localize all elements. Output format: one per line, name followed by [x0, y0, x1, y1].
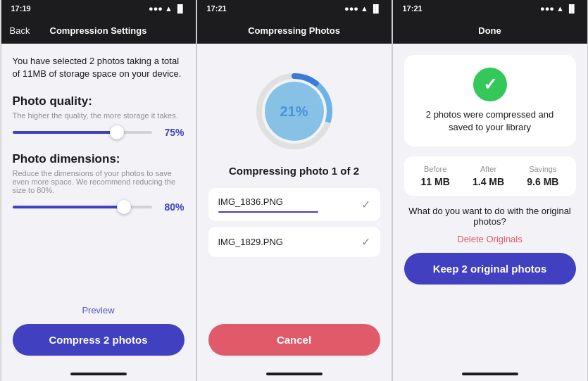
stat-savings-label: Savings: [529, 165, 556, 173]
stat-before-value: 11 MB: [421, 176, 450, 187]
bottom-bar-1: [1, 367, 196, 381]
progress-label: 21%: [280, 104, 308, 120]
phone-2: 17:21 ●●● ▲ ▐▌ Compressing Photos: [196, 0, 392, 381]
phone3-content: ✓ 2 photos were compressed and saved to …: [393, 44, 587, 367]
compressing-label: Compressing photo 1 of 2: [208, 165, 380, 177]
stat-after: After 1.4 MB: [473, 165, 504, 187]
dimensions-value: 80%: [158, 201, 184, 213]
quality-label: Photo quality:: [13, 94, 184, 108]
status-icons-3: ●●● ▲ ▐▌: [540, 4, 577, 13]
phone-3: 17:21 ●●● ▲ ▐▌ Done ✓ 2 photos were comp…: [392, 0, 588, 381]
time-2: 17:21: [207, 4, 227, 13]
dimensions-label: Photo dimensions:: [13, 152, 184, 166]
stat-before-label: Before: [424, 165, 446, 173]
phone2-content: 21% Compressing photo 1 of 2 IMG_1836.PN…: [197, 44, 392, 367]
stat-after-value: 1.4 MB: [473, 176, 504, 187]
wifi-icon-1: ▲: [165, 4, 173, 13]
time-1: 17:19: [11, 4, 31, 13]
time-3: 17:21: [403, 4, 423, 13]
quality-slider-container: 75%: [13, 127, 184, 138]
home-indicator-1: [70, 373, 127, 375]
file-check-icon-2: ✓: [361, 235, 370, 249]
dimensions-slider-container: 80%: [13, 201, 184, 213]
home-indicator-2: [266, 373, 323, 375]
status-bar-1: 17:19 ●●● ▲ ▐▌: [1, 0, 196, 17]
nav-title-3: Done: [478, 25, 501, 36]
signal-icon-1: ●●●: [149, 4, 163, 13]
file-progress-bar-1: [218, 211, 318, 213]
nav-bar-2: Compressing Photos: [197, 17, 392, 44]
battery-icon-1: ▐▌: [175, 4, 186, 13]
nav-title-1: Compression Settings: [50, 25, 147, 36]
file-item-1: IMG_1836.PNG ✓: [208, 188, 380, 221]
nav-title-2: Compressing Photos: [248, 25, 340, 36]
quality-slider-track[interactable]: [13, 131, 152, 134]
dimensions-slider-track[interactable]: [13, 206, 152, 208]
home-indicator-3: [462, 373, 518, 375]
status-icons-2: ●●● ▲ ▐▌: [344, 4, 381, 13]
stat-after-label: After: [480, 165, 496, 173]
file-name-2: IMG_1829.PNG: [218, 237, 361, 247]
status-bar-2: 17:21 ●●● ▲ ▐▌: [197, 0, 392, 17]
file-item-1-inner: IMG_1836.PNG: [218, 196, 361, 213]
dimensions-sublabel: Reduce the dimensions of your photos to …: [13, 169, 184, 194]
bottom-bar-2: [197, 367, 392, 381]
progress-circle: 21%: [252, 69, 337, 154]
bottom-bar-3: [393, 367, 587, 381]
phone-1: 17:19 ●●● ▲ ▐▌ Back Compression Settings…: [1, 0, 196, 381]
cancel-button[interactable]: Cancel: [208, 324, 380, 356]
stat-savings: Savings 9.6 MB: [527, 165, 558, 187]
quality-sublabel: The higher the quality, the more storage…: [13, 111, 184, 120]
file-name-1: IMG_1836.PNG: [218, 196, 361, 207]
originals-question: What do you want to do with the original…: [404, 206, 576, 227]
status-bar-3: 17:21 ●●● ▲ ▐▌: [393, 0, 587, 17]
phones-container: 17:19 ●●● ▲ ▐▌ Back Compression Settings…: [0, 0, 588, 381]
nav-bar-1: Back Compression Settings: [1, 17, 196, 44]
nav-bar-3: Done: [393, 17, 587, 44]
wifi-icon-3: ▲: [556, 4, 564, 13]
info-text: You have selected 2 photos taking a tota…: [13, 55, 184, 80]
checkmark-icon: ✓: [483, 75, 497, 94]
delete-originals-link[interactable]: Delete Originals: [404, 234, 576, 244]
file-item-2-inner: IMG_1829.PNG: [218, 237, 361, 247]
success-icon: ✓: [473, 68, 507, 101]
dimensions-slider-thumb[interactable]: [117, 200, 131, 214]
file-item-2: IMG_1829.PNG ✓: [208, 227, 380, 257]
stats-row: Before 11 MB After 1.4 MB Savings 9.6 MB: [404, 156, 576, 196]
progress-circle-container: 21%: [208, 69, 380, 154]
quality-slider-fill: [13, 131, 118, 134]
preview-link[interactable]: Preview: [13, 305, 184, 316]
quality-section: Photo quality: The higher the quality, t…: [13, 94, 184, 152]
quality-slider-thumb[interactable]: [110, 125, 124, 139]
file-check-icon-1: ✓: [361, 198, 370, 211]
phone1-content: You have selected 2 photos taking a tota…: [1, 44, 196, 367]
wifi-icon-2: ▲: [361, 4, 368, 13]
battery-icon-2: ▐▌: [370, 4, 382, 13]
battery-icon-3: ▐▌: [566, 4, 577, 13]
back-button[interactable]: Back: [10, 25, 30, 36]
status-icons-1: ●●● ▲ ▐▌: [149, 4, 185, 13]
success-card: ✓ 2 photos were compressed and saved to …: [404, 55, 576, 146]
signal-icon-3: ●●●: [540, 4, 554, 13]
signal-icon-2: ●●●: [344, 4, 358, 13]
quality-value: 75%: [158, 127, 184, 138]
dimensions-section: Photo dimensions: Reduce the dimensions …: [13, 152, 184, 227]
stat-savings-value: 9.6 MB: [527, 176, 558, 187]
dimensions-slider-fill: [13, 206, 124, 208]
success-text: 2 photos were compressed and saved to yo…: [417, 108, 563, 134]
stat-before: Before 11 MB: [421, 165, 450, 187]
compress-button[interactable]: Compress 2 photos: [13, 324, 184, 356]
keep-originals-button[interactable]: Keep 2 original photos: [404, 253, 576, 285]
